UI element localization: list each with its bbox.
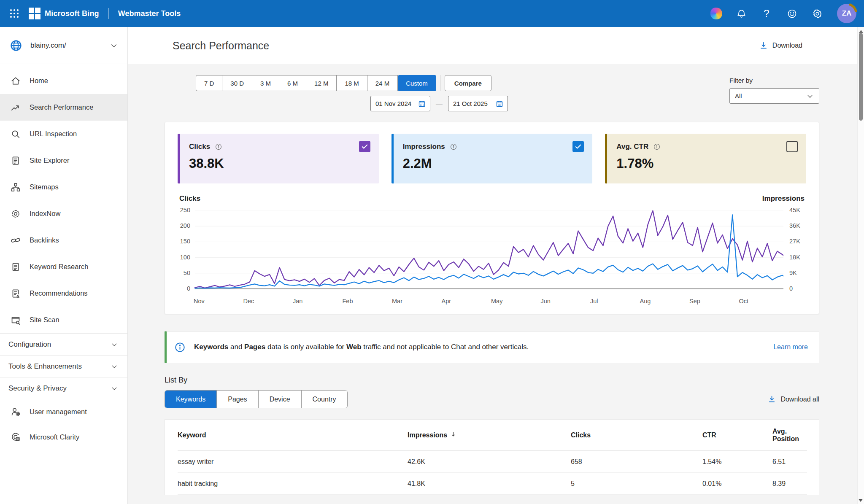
- right-tick-label: 36K: [789, 222, 800, 229]
- cell-avg-position: 6.51: [772, 458, 807, 466]
- copilot-icon[interactable]: [710, 8, 722, 19]
- sidebar-item-microsoft-clarity[interactable]: Microsoft Clarity: [0, 424, 127, 450]
- range-button-custom[interactable]: Custom: [398, 75, 436, 91]
- x-tick-label: Jul: [590, 298, 640, 305]
- x-tick-label: Jan: [293, 298, 343, 305]
- sidebar-group-label: Security & Privacy: [8, 384, 67, 393]
- table-row[interactable]: habit tracking41.8K50.01%8.39: [178, 473, 807, 495]
- sidebar-item-label: Search Performance: [30, 103, 93, 111]
- sidebar-item-search-performance[interactable]: Search Performance: [0, 94, 127, 121]
- app-launcher-icon[interactable]: [6, 5, 23, 22]
- user-avatar[interactable]: ZA: [837, 4, 856, 23]
- metric-label: Impressions: [403, 143, 445, 151]
- notifications-icon[interactable]: [735, 7, 748, 20]
- left-tick-label: 150: [180, 238, 190, 245]
- feedback-icon[interactable]: [786, 7, 798, 20]
- sidebar-group-security-privacy[interactable]: Security & Privacy: [0, 377, 127, 399]
- sidebar-group-configuration[interactable]: Configuration: [0, 333, 127, 355]
- left-tick-label: 0: [187, 285, 190, 292]
- list-by-tabs: Keywords Pages Device Country: [165, 390, 348, 408]
- metric-label: Clicks: [189, 143, 210, 151]
- sidebar-item-label: Backlinks: [30, 236, 59, 244]
- chevron-down-icon: [111, 341, 118, 348]
- person-gear-icon: [10, 406, 21, 417]
- date-from-input[interactable]: 01 Nov 2024: [370, 96, 430, 111]
- site-selector[interactable]: blainy.com/: [0, 27, 127, 64]
- metric-card-impressions: Impressions 2.2M: [392, 134, 593, 183]
- divider: [440, 75, 440, 91]
- sidebar-item-sitemaps[interactable]: Sitemaps: [0, 174, 127, 200]
- range-button-3-m[interactable]: 3 M: [252, 75, 279, 91]
- metric-checkbox-impressions[interactable]: [572, 141, 584, 152]
- line-chart[interactable]: [194, 210, 783, 295]
- right-tick-label: 9K: [789, 270, 797, 276]
- column-header-clicks[interactable]: Clicks: [571, 431, 702, 439]
- filter-dropdown[interactable]: All: [729, 88, 819, 104]
- column-header-impressions[interactable]: Impressions: [408, 431, 571, 439]
- sidebar-item-user-management[interactable]: User management: [0, 399, 127, 424]
- range-button-6-m[interactable]: 6 M: [279, 75, 306, 91]
- info-icon[interactable]: [450, 143, 457, 151]
- link-icon: [10, 235, 21, 246]
- left-axis-ticks: 250200150100500: [178, 210, 194, 295]
- compare-button[interactable]: Compare: [445, 75, 491, 91]
- range-button-18-m[interactable]: 18 M: [337, 75, 367, 91]
- range-button-12-m[interactable]: 12 M: [306, 75, 337, 91]
- x-tick-label: Apr: [442, 298, 491, 305]
- metric-checkbox-avg-ctr[interactable]: [786, 141, 798, 152]
- sidebar-item-keyword-research[interactable]: Keyword Research: [0, 253, 127, 280]
- learn-more-link[interactable]: Learn more: [773, 343, 808, 351]
- cell-keyword: essay writer: [178, 458, 408, 466]
- home-icon: [10, 75, 21, 86]
- sidebar-item-indexnow[interactable]: IndexNow: [0, 200, 127, 227]
- scroll-up-arrow-icon[interactable]: [859, 30, 863, 33]
- table-row[interactable]: essay writer42.6K6581.54%6.51: [178, 451, 807, 473]
- product-name: Microsoft Bing: [45, 9, 99, 18]
- sidebar-item-site-scan[interactable]: Site Scan: [0, 307, 127, 333]
- tab-pages[interactable]: Pages: [216, 391, 258, 408]
- sidebar-item-label: Keyword Research: [30, 263, 88, 271]
- sidebar-footer-nav: User management Microsoft Clarity: [0, 399, 127, 450]
- info-icon[interactable]: [653, 143, 661, 151]
- right-tick-label: 18K: [789, 254, 800, 261]
- download-all-button[interactable]: Download all: [767, 395, 819, 404]
- column-header-avg-position[interactable]: Avg. Position: [772, 428, 807, 443]
- tab-device[interactable]: Device: [258, 391, 301, 408]
- vertical-scrollbar[interactable]: [857, 27, 864, 504]
- cell-keyword: habit tracking: [178, 480, 408, 488]
- sidebar-group-tools-enhancements[interactable]: Tools & Enhancements: [0, 355, 127, 377]
- tab-keywords[interactable]: Keywords: [165, 391, 216, 408]
- sort-descending-icon: [450, 431, 457, 439]
- tab-country[interactable]: Country: [301, 391, 347, 408]
- download-icon: [767, 395, 776, 404]
- banner-text: Keywords and Pages data is only availabl…: [194, 343, 529, 351]
- metric-checkbox-clicks[interactable]: [359, 141, 370, 152]
- scrollbar-thumb[interactable]: [859, 33, 863, 121]
- column-header-ctr[interactable]: CTR: [702, 431, 772, 439]
- filter-by-label: Filter by: [729, 77, 819, 84]
- left-tick-label: 200: [180, 222, 190, 229]
- info-icon[interactable]: [215, 143, 222, 151]
- sidebar-item-url-inspection[interactable]: URL Inspection: [0, 121, 127, 147]
- range-button-24-m[interactable]: 24 M: [367, 75, 398, 91]
- sidebar-item-label: Site Scan: [30, 316, 59, 324]
- sidebar-item-recommendations[interactable]: Recommendations: [0, 280, 127, 307]
- sidebar-item-label: Recommendations: [30, 289, 88, 297]
- column-header-keyword[interactable]: Keyword: [178, 431, 408, 439]
- cell-impressions: 41.8K: [408, 480, 571, 488]
- trend-icon: [10, 102, 21, 113]
- settings-icon[interactable]: [811, 7, 824, 20]
- date-to-input[interactable]: 21 Oct 2025: [448, 96, 508, 111]
- browser-search-icon: [10, 315, 21, 326]
- cell-clicks: 5: [571, 480, 702, 488]
- range-button-30-d[interactable]: 30 D: [222, 75, 252, 91]
- brand[interactable]: Microsoft Bing Webmaster Tools: [29, 8, 181, 19]
- range-button-7-d[interactable]: 7 D: [196, 75, 222, 91]
- sidebar-item-backlinks[interactable]: Backlinks: [0, 227, 127, 253]
- scroll-down-arrow-icon[interactable]: [859, 499, 863, 502]
- download-button[interactable]: Download: [759, 41, 802, 50]
- sidebar-item-site-explorer[interactable]: Site Explorer: [0, 147, 127, 174]
- help-icon[interactable]: ?: [760, 7, 773, 20]
- sidebar-item-home[interactable]: Home: [0, 67, 127, 94]
- sidebar-item-label: IndexNow: [30, 210, 60, 218]
